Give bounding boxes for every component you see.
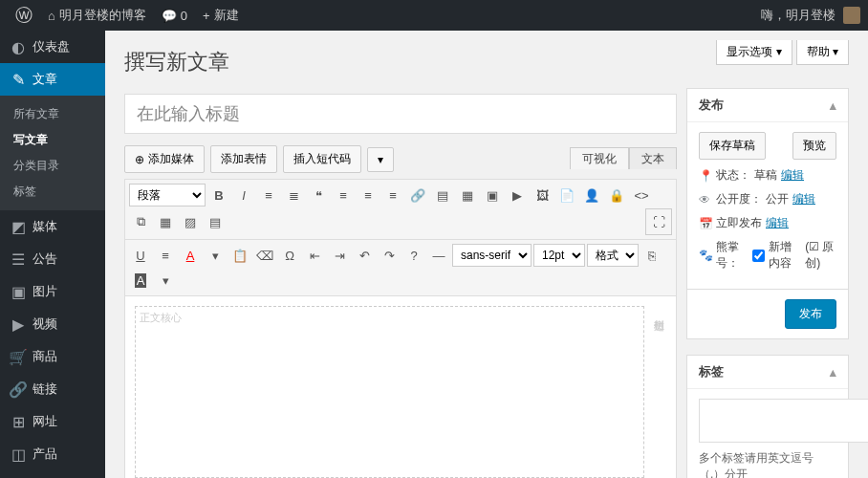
newwin-icon[interactable]: ⧉ (129, 210, 152, 233)
tags-panel-header[interactable]: 标签▴ (687, 356, 848, 389)
format-select[interactable]: 段落 (129, 184, 206, 206)
file-icon[interactable]: 📄 (555, 184, 578, 206)
clipboard-icon[interactable]: 📋 (228, 244, 251, 267)
avatar[interactable] (843, 7, 860, 24)
grid1-icon[interactable]: ▦ (154, 210, 177, 233)
italic-icon[interactable]: I (232, 184, 255, 206)
align-center-icon[interactable]: ≡ (357, 184, 380, 206)
sidebar-subitem-所有文章[interactable]: 所有文章 (0, 101, 105, 127)
hr-icon[interactable]: — (427, 244, 450, 267)
sidebar-item-商品[interactable]: 🛒商品 (0, 340, 105, 373)
tag-input[interactable] (699, 399, 868, 443)
text-tab[interactable]: 文本 (629, 147, 677, 169)
sidebar-item-仪表盘[interactable]: ◐仪表盘 (0, 31, 105, 63)
align-right-icon[interactable]: ≡ (381, 184, 404, 206)
sidebar-item-产品[interactable]: ◫产品 (0, 438, 105, 470)
calendar-icon: 📅 (699, 217, 712, 230)
sidebar-item-网址[interactable]: ⊞网址 (0, 405, 105, 438)
pin-icon: 📍 (699, 169, 712, 183)
textcolor-arrow-icon[interactable]: ▾ (204, 244, 227, 267)
font-size-select[interactable]: 12pt (533, 244, 585, 267)
code-icon[interactable]: <> (630, 184, 653, 206)
media-icon[interactable]: ▣ (481, 184, 504, 206)
insert-shortcode-button[interactable]: 插入短代码 (283, 145, 361, 173)
sidebar-item-图片[interactable]: ▣图片 (0, 275, 105, 308)
font-family-select[interactable]: sans-serif (452, 244, 532, 267)
sidebar-item-媒体[interactable]: ◩媒体 (0, 210, 105, 243)
shortcode-dropdown[interactable]: ▾ (367, 147, 394, 172)
copy-icon[interactable]: ⎘ (640, 244, 663, 267)
sidebar-item-公告[interactable]: ☰公告 (0, 243, 105, 275)
more-icon[interactable]: ▤ (431, 184, 454, 206)
sidebar-subitem-分类目录[interactable]: 分类目录 (0, 153, 105, 179)
bullet-list-icon[interactable]: ≡ (257, 184, 280, 206)
bgcolor-icon[interactable]: A (129, 269, 152, 292)
editor-sidebar-label: 侧边栏 (652, 306, 666, 478)
greeting-link[interactable]: 嗨，明月登楼 (753, 7, 843, 24)
link-icon[interactable]: 🔗 (406, 184, 429, 206)
title-input[interactable]: 在此输入标题 (124, 94, 677, 134)
numbered-list-icon[interactable]: ≣ (282, 184, 305, 206)
sidebar-item-页面[interactable]: ▭页面 (0, 470, 105, 478)
sidebar-item-视频[interactable]: ▶视频 (0, 308, 105, 340)
add-media-button[interactable]: ⊕ 添加媒体 (124, 145, 205, 173)
bgcolor-arrow-icon[interactable]: ▾ (154, 269, 177, 292)
sidebar-item-文章[interactable]: ✎文章 (0, 63, 105, 96)
edit-visibility-link[interactable]: 编辑 (792, 191, 815, 207)
save-draft-button[interactable]: 保存草稿 (699, 132, 766, 160)
visual-tab[interactable]: 可视化 (570, 147, 629, 169)
grid3-icon[interactable]: ▤ (204, 210, 227, 233)
help-icon[interactable]: ? (402, 244, 425, 267)
paw-icon: 🐾 (699, 249, 712, 262)
comments-link[interactable]: 💬0 (154, 9, 195, 23)
video-icon[interactable]: ▶ (506, 184, 529, 206)
help-tab[interactable]: 帮助 ▾ (796, 40, 849, 65)
textcolor-icon[interactable]: A (179, 244, 202, 267)
clear-icon[interactable]: ⌫ (253, 244, 276, 267)
bear-new-checkbox[interactable] (752, 250, 765, 262)
indent-icon[interactable]: ⇥ (328, 244, 351, 267)
wp-logo[interactable]: ⓦ (8, 4, 40, 27)
image-icon[interactable]: 🖼 (531, 184, 553, 206)
add-emoji-button[interactable]: 添加表情 (210, 145, 277, 173)
redo-icon[interactable]: ↷ (378, 244, 401, 267)
blockquote-icon[interactable]: ❝ (307, 184, 330, 206)
eye-icon: 👁 (699, 193, 712, 206)
publish-button[interactable]: 发布 (785, 299, 836, 329)
sidebar-item-链接[interactable]: 🔗链接 (0, 373, 105, 405)
site-home-link[interactable]: ⌂明月登楼的博客 (40, 7, 154, 24)
toolbar-toggle-icon[interactable]: ▦ (456, 184, 479, 206)
outdent-icon[interactable]: ⇤ (303, 244, 326, 267)
editor-body[interactable]: 正文核心 (135, 306, 644, 478)
tag-hint: 多个标签请用英文逗号（,）分开 (699, 450, 836, 478)
screen-options-tab[interactable]: 显示选项 ▾ (716, 40, 792, 65)
edit-status-link[interactable]: 编辑 (781, 167, 804, 184)
underline-icon[interactable]: U (129, 244, 152, 267)
strike-icon[interactable]: ≡ (154, 244, 177, 267)
sidebar-subitem-标签[interactable]: 标签 (0, 179, 105, 205)
new-content-link[interactable]: +新建 (195, 7, 247, 24)
grid2-icon[interactable]: ▨ (179, 210, 202, 233)
user-icon[interactable]: 👤 (580, 184, 603, 206)
preview-button[interactable]: 预览 (792, 132, 836, 160)
fullscreen-icon[interactable]: ⛶ (645, 208, 672, 235)
undo-icon[interactable]: ↶ (353, 244, 376, 267)
sidebar-subitem-写文章[interactable]: 写文章 (0, 127, 105, 153)
omega-icon[interactable]: Ω (278, 244, 301, 267)
align-left-icon[interactable]: ≡ (332, 184, 355, 206)
publish-panel-header[interactable]: 发布▴ (687, 89, 848, 122)
edit-schedule-link[interactable]: 编辑 (766, 215, 789, 231)
bold-icon[interactable]: B (207, 184, 230, 206)
style-select[interactable]: 格式 (587, 244, 639, 267)
lock-icon[interactable]: 🔒 (605, 184, 628, 206)
